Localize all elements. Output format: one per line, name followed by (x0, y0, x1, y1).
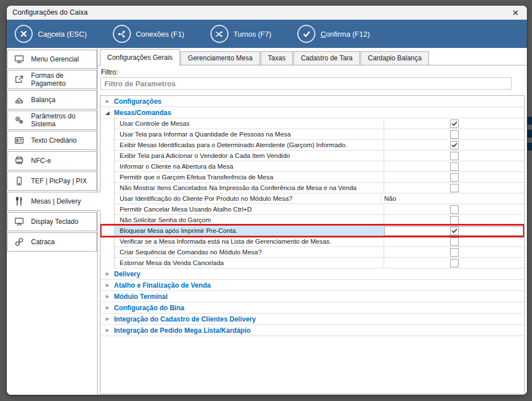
tab-configura-es-gerais[interactable]: Configurações Gerais (100, 49, 180, 65)
sidebar-item-menu-gerencial[interactable]: Menu Gerencial (7, 50, 97, 69)
tree-group-row[interactable]: ▶Configuração do Bina (100, 302, 524, 314)
sidebar-item-mesas-delivery[interactable]: Mesas | Delivery (7, 192, 100, 211)
row-indent (100, 172, 114, 183)
tree-group-row[interactable]: ▶Delivery (100, 268, 524, 280)
tree-group-row[interactable]: ▶Configurações (100, 96, 524, 107)
tree-parameter-row[interactable]: Não Solicitar Senha do Garçom (100, 215, 524, 226)
expand-triangle-icon[interactable]: ▶ (104, 99, 111, 104)
confirm-circle-icon (297, 25, 315, 43)
parameter-value-cell (384, 161, 524, 172)
parameter-label: Usar Identificação do Cliente Por Produt… (114, 193, 381, 204)
receipt-printer-icon (12, 156, 26, 166)
row-indent (100, 236, 114, 247)
tree-parameter-row[interactable]: Usar Tela para Informar a Quantidade de … (100, 129, 524, 140)
tree-parameter-row[interactable]: Usar Identificação do Cliente Por Produt… (100, 193, 524, 204)
unchecked-checkbox[interactable] (450, 216, 459, 224)
expand-triangle-icon[interactable]: ▶ (104, 316, 111, 321)
unchecked-checkbox[interactable] (450, 130, 459, 139)
checked-checkbox[interactable] (450, 141, 459, 149)
tree-group-row[interactable]: ▶Integração de Pedido Mega Lista/Kardápi… (100, 325, 524, 336)
parameter-text-value: Não (384, 195, 396, 202)
unchecked-checkbox[interactable] (450, 237, 459, 246)
unchecked-checkbox[interactable] (450, 152, 459, 160)
tree-parameter-row[interactable]: Permitir que o Garçom Efetua Transferênc… (100, 172, 524, 183)
expand-triangle-icon[interactable]: ▶ (104, 328, 111, 333)
close-icon[interactable]: ✕ (507, 8, 524, 17)
row-indent (100, 140, 114, 151)
tree-group-row[interactable]: ▶Atalho e Finalização de Venda (100, 280, 524, 291)
sidebar-item-label: Catraca (31, 238, 55, 246)
tree-group-row[interactable]: ◢Mesas/Comandas (100, 107, 524, 118)
parameter-value-cell (384, 118, 524, 129)
parameter-label: Permitir que o Garçom Efetua Transferênc… (114, 172, 384, 183)
tab-cadastro-de-tara[interactable]: Cadastro de Tara (293, 51, 360, 65)
tree-group-row[interactable]: ▶Integração do Cadastro de Clientes Deli… (100, 314, 524, 325)
tree-parameter-row[interactable]: Informar o Cliente na Abertura da Mesa (100, 161, 524, 172)
tab-gerenciamento-mesa[interactable]: Gerenciamento Mesa (181, 51, 260, 65)
tree-parameter-row[interactable]: Exibir Tela para Adicionar o Vendedor a … (100, 151, 524, 161)
collapse-triangle-icon[interactable]: ◢ (104, 110, 111, 116)
expand-triangle-icon[interactable]: ▶ (104, 294, 111, 299)
cutlery-icon (12, 196, 26, 206)
link-icon (12, 237, 26, 247)
tree-parameter-row[interactable]: Usar Controle de Mesas (100, 118, 524, 129)
parameter-value-cell (384, 236, 524, 247)
shifts-circle-icon (210, 25, 228, 43)
sidebar-item-label: NFC-e (31, 157, 51, 165)
parameter-label: Estornar Mesa da Venda Cancelada (114, 258, 384, 268)
unchecked-checkbox[interactable] (450, 259, 459, 267)
tree-parameter-row[interactable]: Bloquear Mesa após Imprimir Pre-Conta. (100, 226, 524, 236)
tree-parameter-row[interactable]: Permitir Cancelar Mesa Usando Atalho Ctr… (100, 204, 524, 215)
unchecked-checkbox[interactable] (450, 173, 459, 182)
shifts-button[interactable]: Turnos (F7) (210, 25, 271, 43)
parameter-value-cell: Não (381, 193, 524, 204)
dialog-window: Configurações do Caixa ✕ Cancela (ESC)Co… (7, 6, 527, 395)
sidebar-item-tef-picpay-pix[interactable]: TEF | PicPay | PIX (7, 171, 97, 191)
sidebar-item-balan-a[interactable]: Balança (7, 90, 97, 109)
sidebar-item-nfc-e[interactable]: NFC-e (7, 151, 97, 170)
parameter-value-cell (384, 151, 524, 161)
tree-parameter-row[interactable]: Estornar Mesa da Venda Cancelada (100, 258, 524, 268)
main-area: Menu GerencialFormas de PagamentoBalança… (7, 48, 527, 395)
tree-group-label: Mesas/Comandas (114, 109, 171, 117)
expand-triangle-icon[interactable]: ▶ (104, 271, 111, 276)
tree-parameter-row[interactable]: Criar Sequência de Comandas no Módulo Me… (100, 247, 524, 258)
parameter-label: Não Solicitar Senha do Garçom (114, 215, 384, 226)
parameter-label: Usar Controle de Mesas (114, 118, 384, 129)
tab-taxas[interactable]: Taxas (261, 51, 293, 65)
tree-parameter-row[interactable]: Exibir Mesas Identificadas para o Determ… (100, 140, 524, 151)
sidebar-item-label: Formas de Pagamento (31, 72, 96, 87)
checked-checkbox[interactable] (450, 227, 459, 235)
expand-triangle-icon[interactable]: ▶ (104, 283, 111, 288)
parameter-label: Exibir Tela para Adicionar o Vendedor a … (114, 151, 384, 161)
tab-cardapio-balan-a[interactable]: Cardapio Balança (360, 51, 429, 65)
tree-parameter-row[interactable]: Verificar se a Mesa Informada está na Li… (100, 236, 524, 247)
parameter-label: Criar Sequência de Comandas no Módulo Me… (114, 247, 384, 258)
sidebar-item-catraca[interactable]: Catraca (7, 232, 97, 252)
tree-group-row[interactable]: ▶Módulo Terminal (100, 291, 524, 302)
checked-checkbox[interactable] (450, 120, 459, 128)
unchecked-checkbox[interactable] (450, 184, 459, 192)
expand-triangle-icon[interactable]: ▶ (104, 305, 111, 310)
row-indent (100, 226, 114, 236)
sidebar-item-label: Parâmetros do Sistema (31, 112, 96, 128)
shifts-button-label: Turnos (F7) (234, 30, 271, 38)
confirm-button[interactable]: Confirma (F12) (297, 25, 370, 43)
parameter-label: Informar o Cliente na Abertura da Mesa (114, 161, 384, 172)
sidebar-item-par-metros-do-sistema[interactable]: Parâmetros do Sistema (7, 111, 97, 130)
filter-input[interactable] (100, 77, 512, 90)
cancel-button[interactable]: Cancela (ESC) (15, 25, 87, 43)
unchecked-checkbox[interactable] (450, 248, 459, 257)
unchecked-checkbox[interactable] (450, 205, 459, 214)
unchecked-checkbox[interactable] (450, 162, 459, 171)
parameter-value-cell (384, 247, 524, 258)
row-indent (100, 193, 114, 204)
tree-parameter-row[interactable]: Não Mostrar Itens Cancelados Na Impressã… (100, 183, 524, 193)
sidebar-item-display-teclado[interactable]: Display Teclado (7, 212, 97, 231)
sidebar-item-label: TEF | PicPay | PIX (31, 177, 87, 185)
toolbar: Cancela (ESC)Conexões (F1)Turnos (F7)Con… (7, 20, 527, 48)
connections-button[interactable]: Conexões (F1) (113, 25, 184, 43)
parameter-value-cell (384, 226, 524, 236)
sidebar-item-texto-credi-rio[interactable]: Texto Crediário (7, 131, 97, 150)
sidebar-item-formas-de-pagamento[interactable]: Formas de Pagamento (7, 70, 97, 89)
